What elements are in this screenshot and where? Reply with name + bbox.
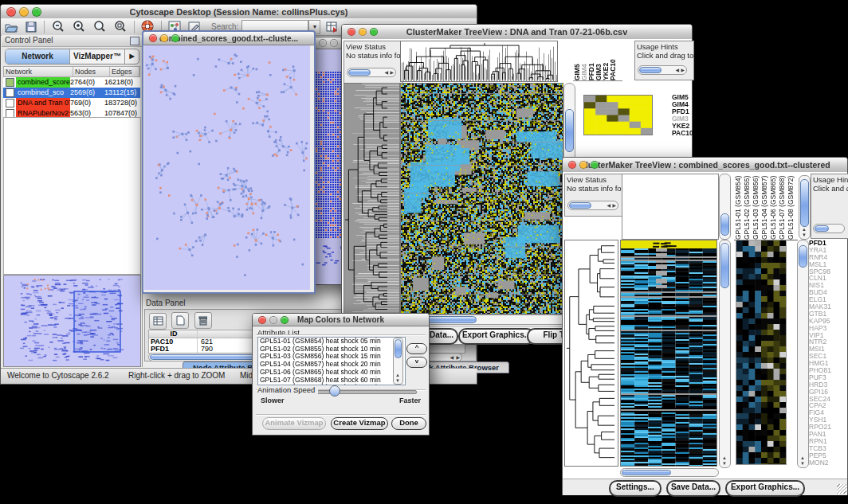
tv2-main-vscrollbar[interactable]: ▲ ▼ [719,240,731,468]
scroll-down-icon[interactable]: ▼ [722,461,727,466]
scrollbar-thumb[interactable] [348,69,371,76]
dialog-titlebar[interactable]: Map Colors to Network [253,314,429,326]
close-button[interactable] [568,161,576,169]
tv2-zoom-heatmap[interactable] [736,240,787,465]
dialog-button[interactable]: Done [391,417,426,430]
scrollbar-thumb[interactable] [800,179,809,227]
resize-grip[interactable] [837,484,846,494]
tv2-hscrollbar[interactable] [620,468,719,477]
tv2-column-labels[interactable]: GPL51-01 (GSM854)GPL51-02 (GSM855)GPL51-… [734,172,798,240]
col-nodes[interactable]: Nodes [73,67,110,76]
scroll-right-icon[interactable]: ▶ [456,355,460,360]
network-titlebar[interactable]: combined_scores_good.txt--cluste... [143,32,314,45]
tv2-column-dendrogram-area[interactable] [622,174,719,240]
attribute-list[interactable]: GPL51-01 (GSM854) heat shock 05 minGPL51… [257,337,406,385]
column-label[interactable]: GIM3 [595,39,601,80]
tv1-column-labels[interactable]: GIM5GIM4PFD1GIM3YKE2PAC10 [573,39,622,81]
minimize-button[interactable] [160,34,168,42]
move-down-button[interactable]: v [406,357,427,368]
column-label[interactable]: PAC10 [609,39,615,80]
close-button[interactable] [258,316,266,324]
close-button[interactable] [319,39,327,47]
close-button[interactable] [149,34,157,42]
close-button[interactable] [6,7,16,17]
scroll-up-icon[interactable]: ▲ [722,455,727,460]
gene-label[interactable]: MON2 [809,459,846,467]
scroll-right-icon[interactable]: ▶ [612,203,616,208]
tv2-hints-scrollbar[interactable] [813,224,845,233]
dialog-button[interactable]: Animate Vizmap [262,417,326,430]
zoom-selected-icon[interactable] [92,20,107,33]
delete-attribute-icon[interactable] [194,312,212,329]
scrollbar-thumb[interactable] [720,243,729,288]
col-edges[interactable]: Edges [110,67,139,76]
column-label[interactable]: PFD1 [587,39,594,80]
tv1-row-labels[interactable]: GIM5GIM4PFD1GIM3YKE2PAC10 [672,94,693,137]
tv2-action-button[interactable]: Save Data... [666,480,720,497]
tv1-status-scrollbar[interactable]: ◀ ▶ [347,68,396,77]
column-label[interactable]: GPL51-03 (GSM856) [752,172,760,240]
row-label[interactable]: PAC10 [672,130,693,137]
zoom-button[interactable] [370,28,378,36]
network-graph-canvas[interactable] [144,45,310,290]
move-up-button[interactable]: ^ [406,343,427,354]
attribute-list-scrollbar[interactable]: ▲ ▼ [393,338,403,385]
zoom-fit-icon[interactable] [113,20,128,33]
zoom-button[interactable] [32,7,41,17]
tab-vizmapper[interactable]: VizMapper™ [69,49,124,64]
tv1-titlebar[interactable]: ClusterMaker TreeView : DNA and Tran 07-… [342,25,692,40]
window-controls[interactable] [6,7,41,17]
col-id[interactable]: ID [149,330,198,338]
dialog-button[interactable]: Create Vizmap [331,417,388,430]
scroll-left-icon[interactable]: ◀ [450,355,453,360]
network-table-header[interactable]: Network Nodes Edges [3,66,140,77]
network-row[interactable]: combined_scores 2764(0) 16218(0) [3,77,140,88]
column-label[interactable]: GIM4 [580,39,587,80]
tv2-status-scrollbar[interactable]: ◀ ▶ [567,201,618,210]
scroll-down-icon[interactable]: ▼ [395,378,400,383]
tv1-heatmap-canvas[interactable] [400,83,563,315]
column-label[interactable]: GPL51-04 (GSM857) [760,172,768,240]
scroll-left-icon[interactable]: ◀ [607,203,610,208]
zoom-button[interactable] [591,161,599,169]
scrollbar-thumb[interactable] [569,202,591,209]
tv2-top-vscrollbar[interactable] [719,174,731,240]
zoom-button[interactable] [171,34,179,42]
scrollbar-thumb[interactable] [622,470,671,475]
tab-network[interactable]: Network [6,49,69,64]
save-session-icon[interactable] [25,21,37,33]
tv2-labels-vscrollbar[interactable]: ▲ ▼ [799,175,811,240]
column-label[interactable]: GPL51-07 (GSM868) [778,172,786,240]
new-attribute-icon[interactable] [171,312,189,329]
scrollbar-thumb[interactable] [799,245,807,268]
zoom-button[interactable] [281,316,289,324]
column-label[interactable]: GPL51-08 (GSM872) [787,172,795,240]
tv2-gene-list[interactable]: PFD1YRA1RNR4MSL1SPC98CLN1NIS1BUD4ELG1MAK… [809,240,846,467]
tv2-titlebar[interactable]: ClusterMaker TreeView : combined_scores_… [563,158,847,173]
tv1-zoom-heatmap[interactable] [583,95,653,135]
scroll-up-icon[interactable]: ▲ [395,373,400,377]
scrollbar-thumb[interactable] [639,67,662,73]
tv2-genes-vscrollbar[interactable]: ▲ ▼ [797,240,809,468]
scroll-up-icon[interactable]: ▲ [800,455,805,460]
network-row[interactable]: combined_sco 2569(6) 13112(15) [3,88,140,98]
float-panel-icon[interactable] [130,37,139,45]
scroll-left-icon[interactable]: ◀ [384,70,388,75]
column-label[interactable]: GPL51-06 (GSM865) [769,172,777,240]
tv1-column-dendrogram[interactable] [400,41,558,82]
import-table-icon[interactable] [325,21,340,33]
scroll-left-icon[interactable]: ◀ [675,68,679,72]
slider-thumb[interactable] [329,385,340,397]
tv2-row-dendrogram[interactable] [564,240,618,467]
scrollbar-thumb[interactable] [565,109,574,152]
scroll-down-icon[interactable]: ▼ [802,232,807,237]
tabs-overflow-icon[interactable]: ▶ [124,49,139,64]
open-session-icon[interactable] [4,21,18,33]
zoom-out-icon[interactable] [51,20,65,33]
select-attributes-icon[interactable] [149,313,167,330]
scrollbar-thumb[interactable] [720,213,729,236]
col-network[interactable]: Network [4,67,73,76]
tv1-hints-scrollbar[interactable]: ◀ ▶ [638,65,687,75]
scrollbar-thumb[interactable] [815,225,829,232]
column-label[interactable]: YKE2 [602,39,608,80]
